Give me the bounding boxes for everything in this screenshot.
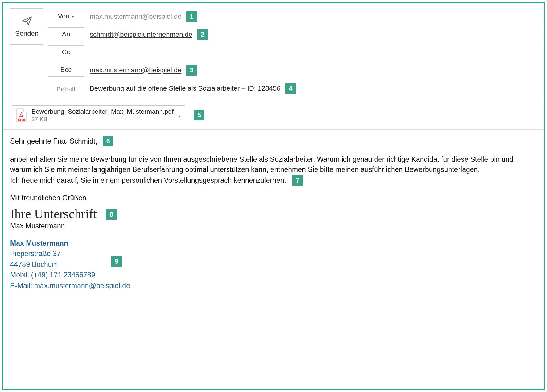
cc-row: Cc [48,44,540,62]
bcc-label: Bcc [60,66,72,74]
bcc-button[interactable]: Bcc [48,63,84,77]
salutation-row: Sehr geehrte Frau Schmidt, 6 [10,136,534,146]
to-value: schmidt@beispielunternehmen.de [90,31,192,39]
chevron-down-icon: ▾ [72,14,74,19]
email-body[interactable]: Sehr geehrte Frau Schmidt, 6 anbei erhal… [3,130,544,389]
callout-6: 6 [103,136,113,146]
recipient-fields: Von ▾ max.mustermann@beispiel.de 1 An sc… [48,8,540,97]
svg-text:PDF: PDF [19,119,24,121]
contact-email: E-Mail: max.mustermann@beispiel.de [10,280,534,291]
bcc-value: max.mustermann@beispiel.de [90,66,181,74]
subject-row: Betreff Bewerbung auf die offene Stelle … [48,81,540,97]
callout-2: 2 [197,29,208,40]
printed-name: Max Mustermann [10,221,97,231]
compose-header: Senden Von ▾ max.mustermann@beispiel.de … [3,3,544,101]
send-label: Senden [15,30,39,38]
chevron-down-icon[interactable]: ⌄ [177,112,182,119]
attachment-area: PDF Bewerbung_Sozialarbeiter_Max_Musterm… [3,101,544,129]
attachment-size: 27 KB [31,116,174,123]
to-button[interactable]: An [48,27,84,41]
salutation: Sehr geehrte Frau Schmidt, [10,136,97,146]
callout-5: 5 [194,110,204,120]
from-label: Von [58,12,70,20]
callout-1: 1 [186,11,197,22]
from-row: Von ▾ max.mustermann@beispiel.de 1 [48,8,540,26]
paragraph-1: anbei erhalten Sie meine Bewerbung für d… [10,154,534,174]
from-value: max.mustermann@beispiel.de [90,13,181,21]
cc-input[interactable] [90,44,540,62]
to-input[interactable]: schmidt@beispielunternehmen.de 2 [90,26,540,44]
subject-value: Bewerbung auf die offene Stelle als Sozi… [90,84,280,92]
paragraph-2: Ich freue mich darauf, Sie in einem pers… [10,175,286,186]
callout-4: 4 [285,83,296,94]
to-row: An schmidt@beispielunternehmen.de 2 [48,26,540,44]
attachment-chip[interactable]: PDF Bewerbung_Sozialarbeiter_Max_Musterm… [12,105,185,125]
attachment-text: Bewerbung_Sozialarbeiter_Max_Mustermann.… [31,108,174,123]
subject-label: Betreff [48,85,84,93]
contact-mobile: Mobil: (+49) 171 23456789 [10,270,534,280]
contact-city: 44789 Bochum [10,259,534,270]
attachment-filename: Bewerbung_Sozialarbeiter_Max_Mustermann.… [31,108,174,116]
bcc-input[interactable]: max.mustermann@beispiel.de 3 [90,62,540,80]
paper-plane-icon [21,15,32,27]
cc-button[interactable]: Cc [48,45,84,59]
contact-street: Pieperstraße 37 [10,248,534,259]
from-input[interactable]: max.mustermann@beispiel.de 1 [90,8,540,26]
pdf-file-icon: PDF [15,108,28,122]
contact-name: Max Mustermann [10,238,534,249]
signature-handwriting: Ihre Unterschrift [10,207,97,221]
signature-row: Ihre Unterschrift Max Mustermann 8 [10,205,534,231]
cc-label: Cc [62,48,70,56]
paragraph-2-row: Ich freue mich darauf, Sie in einem pers… [10,175,534,186]
closing: Mit freundlichen Grüßen [10,193,534,203]
email-compose-window: Senden Von ▾ max.mustermann@beispiel.de … [2,2,545,390]
callout-8: 8 [106,209,117,220]
from-button[interactable]: Von ▾ [48,10,84,23]
callout-7: 7 [292,175,303,186]
subject-input[interactable]: Bewerbung auf die offene Stelle als Sozi… [90,81,540,97]
callout-9: 9 [111,256,122,267]
callout-3: 3 [186,65,197,76]
contact-signature-block: Max Mustermann Pieperstraße 37 44789 Boc… [10,238,534,291]
bcc-row: Bcc max.mustermann@beispiel.de 3 [48,62,540,80]
send-button[interactable]: Senden [10,8,43,45]
to-label: An [62,30,70,38]
